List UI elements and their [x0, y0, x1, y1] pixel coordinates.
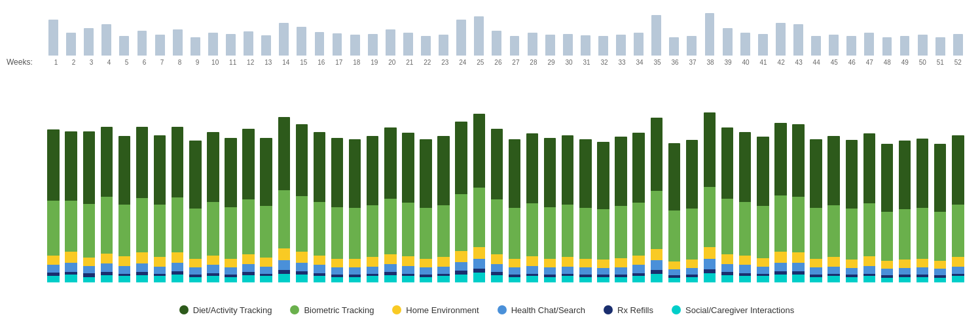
- segment-diet: [154, 135, 166, 205]
- bar-column: [612, 69, 630, 282]
- segment-home: [437, 257, 449, 266]
- segment-home: [952, 257, 964, 266]
- mini-bar: [723, 28, 733, 56]
- segment-home: [402, 256, 414, 265]
- segment-bio: [899, 209, 911, 260]
- segment-social: [189, 277, 201, 282]
- segment-diet: [455, 122, 467, 194]
- segment-bio: [437, 205, 449, 257]
- segment-social: [899, 277, 911, 282]
- segment-social: [846, 277, 858, 282]
- segment-bio: [757, 206, 769, 258]
- segment-social: [473, 273, 485, 282]
- segment-home: [491, 254, 503, 265]
- segment-chat: [881, 269, 893, 275]
- week-number: 20: [383, 59, 401, 66]
- week-number: 12: [242, 59, 259, 66]
- segment-home: [189, 259, 201, 267]
- mini-bar: [651, 15, 661, 56]
- segment-diet: [846, 140, 858, 209]
- mini-bar: [598, 36, 608, 56]
- segment-social: [65, 275, 77, 282]
- segment-bio: [846, 209, 858, 260]
- segment-diet: [260, 138, 272, 206]
- segment-social: [437, 276, 449, 282]
- segment-home: [509, 259, 520, 267]
- week-number: 1: [47, 59, 65, 66]
- bar-column: [754, 69, 772, 282]
- segment-chat: [83, 266, 95, 273]
- bar-column: [878, 69, 896, 282]
- segment-diet: [615, 137, 626, 206]
- segment-chat: [526, 266, 538, 274]
- legend-area: Diet/Activity TrackingBiometric Tracking…: [7, 290, 967, 329]
- mini-bar: [297, 27, 306, 56]
- week-number: 34: [631, 59, 649, 66]
- segment-bio: [704, 187, 716, 246]
- week-number: 4: [100, 59, 118, 66]
- segment-diet: [314, 132, 325, 202]
- segment-diet: [509, 139, 520, 208]
- segment-bio: [65, 201, 77, 252]
- segment-chat: [704, 259, 716, 269]
- week-number: 35: [649, 59, 666, 66]
- bar-column: [364, 69, 382, 282]
- bar-column: [399, 69, 417, 282]
- segment-social: [136, 275, 148, 282]
- segment-home: [739, 256, 751, 265]
- week-number: 13: [259, 59, 277, 66]
- segment-social: [792, 275, 804, 282]
- segment-home: [101, 254, 113, 264]
- segment-diet: [651, 118, 662, 191]
- segment-home: [473, 247, 485, 259]
- mini-bar: [173, 29, 183, 56]
- mini-bar: [350, 35, 360, 56]
- segment-chat: [367, 267, 378, 274]
- segment-bio: [154, 205, 166, 258]
- segment-diet: [668, 143, 680, 210]
- segment-home: [260, 258, 272, 267]
- segment-home: [526, 256, 538, 265]
- segment-chat: [207, 265, 219, 273]
- bar-column: [647, 69, 665, 282]
- bar-column: [346, 69, 364, 282]
- segment-diet: [739, 132, 751, 202]
- segment-bio: [136, 198, 148, 252]
- segment-chat: [562, 267, 573, 274]
- week-number: 50: [914, 59, 932, 66]
- segment-home: [810, 259, 822, 267]
- segment-home: [225, 259, 236, 267]
- week-number: 3: [82, 59, 100, 66]
- segment-bio: [172, 197, 183, 252]
- segment-social: [774, 275, 786, 282]
- segment-chat: [491, 264, 503, 272]
- segment-home: [597, 260, 609, 268]
- segment-chat: [101, 263, 113, 272]
- mini-bar: [918, 35, 928, 56]
- segment-diet: [721, 127, 733, 199]
- week-number: 27: [507, 59, 524, 66]
- bar-column: [240, 69, 257, 282]
- segment-social: [597, 277, 609, 282]
- week-number: 16: [312, 59, 330, 66]
- legend-label-biometric: Biometric Tracking: [304, 305, 374, 315]
- segment-chat: [597, 268, 609, 275]
- segment-chat: [863, 266, 875, 274]
- mini-bar: [687, 36, 697, 56]
- week-number: 17: [330, 59, 348, 66]
- bar-column: [772, 69, 789, 282]
- segment-home: [827, 257, 839, 266]
- mini-bar: [740, 33, 750, 56]
- segment-diet: [686, 140, 698, 209]
- mini-bar: [758, 34, 768, 56]
- segment-social: [704, 273, 716, 282]
- segment-home: [207, 256, 219, 265]
- week-number: 7: [153, 59, 171, 66]
- weeks-label: Weeks:: [7, 58, 45, 67]
- week-number: 5: [118, 59, 136, 66]
- segment-chat: [686, 268, 698, 275]
- segment-diet: [952, 135, 964, 205]
- segment-home: [349, 259, 361, 267]
- mini-bar: [368, 34, 378, 56]
- mini-bar: [935, 37, 945, 56]
